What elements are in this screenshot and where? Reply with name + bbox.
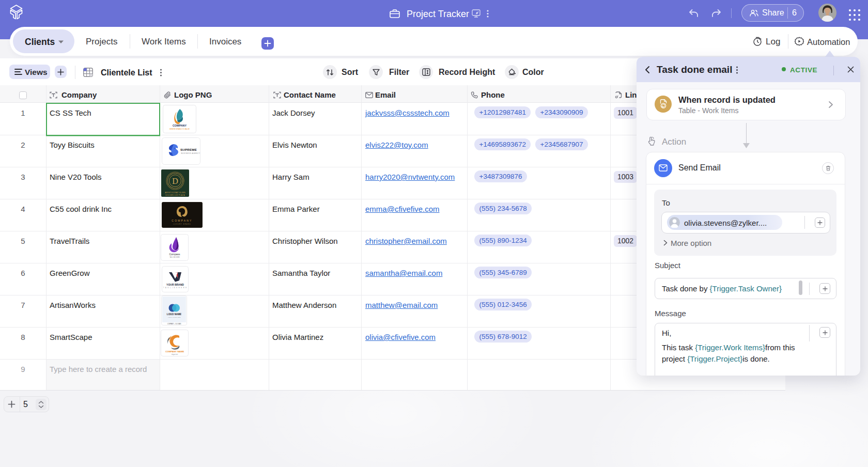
svg-text:LOGO NAME: LOGO NAME (167, 313, 181, 316)
svg-text:T A G L I N E H E R E: T A G L I N E H E R E (163, 287, 187, 289)
svg-text:COMPANY NAME: COMPANY NAME (165, 350, 184, 353)
svg-text:GOLDEN LUX PLAZA: GOLDEN LUX PLAZA (165, 194, 185, 196)
svg-text:YOUR TAGLINE HERE: YOUR TAGLINE HERE (168, 317, 181, 318)
svg-text:COMPANY: COMPANY (173, 124, 187, 127)
svg-text:COMPANY + SLOGAN: COMPANY + SLOGAN (167, 323, 181, 325)
svg-text:WHERE BRAND IS VALUE: WHERE BRAND IS VALUE (169, 128, 190, 130)
svg-text:TAG LINE HERE: TAG LINE HERE (169, 256, 180, 258)
svg-text:YOUR BRAND: YOUR BRAND (166, 283, 184, 286)
svg-text:Compass: Compass (169, 253, 180, 256)
svg-text:slogan text: slogan text (172, 353, 178, 355)
svg-text:COMPANY: COMPANY (172, 219, 192, 222)
svg-text:D: D (172, 177, 178, 185)
svg-text:LUXURY BRAND: LUXURY BRAND (173, 223, 191, 225)
svg-text:SUPREME: SUPREME (180, 148, 197, 151)
svg-text:BUSINESS AGENCY: BUSINESS AGENCY (181, 152, 200, 154)
svg-text:ARISTOCRAT KLMN: ARISTOCRAT KLMN (165, 192, 185, 194)
